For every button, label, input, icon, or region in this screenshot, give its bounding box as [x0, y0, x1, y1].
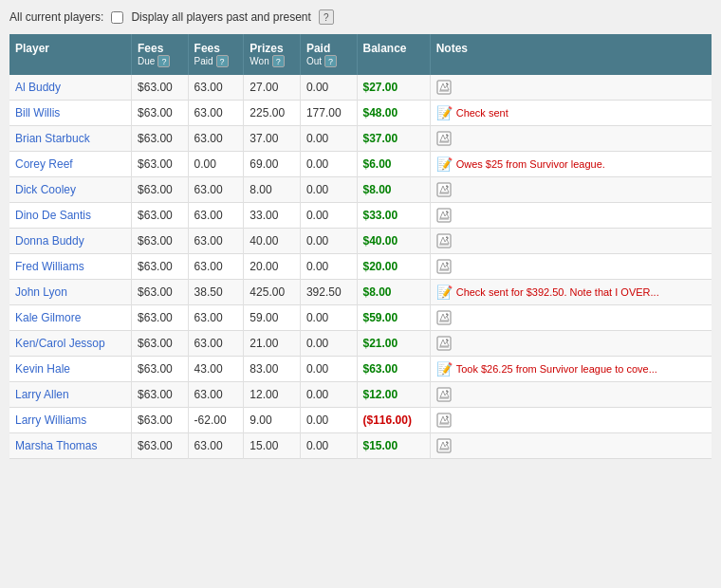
paid-out-cell: 392.50 [300, 280, 357, 305]
player-name-cell: Dick Cooley [9, 177, 132, 203]
fees-paid-cell: 63.00 [188, 126, 244, 152]
player-name-link[interactable]: Marsha Thomas [15, 439, 97, 452]
notes-cell [430, 382, 712, 408]
notes-cell: 📝Took $26.25 from Survivor league to cov… [430, 357, 712, 382]
notes-cell [430, 126, 712, 152]
balance-cell: $37.00 [357, 126, 430, 152]
prizes-won-cell: 8.00 [244, 177, 301, 203]
fees-due-cell: $63.00 [132, 152, 189, 177]
note-icon[interactable]: 📝 [436, 361, 453, 377]
svg-rect-16 [437, 388, 451, 401]
player-name-link[interactable]: Kale Gilmore [15, 311, 81, 324]
col-header-paid-out: Paid Out ? [300, 34, 357, 75]
paid-out-cell: 0.00 [300, 75, 357, 101]
balance-cell: $8.00 [357, 177, 430, 203]
notes-cell [430, 229, 712, 254]
player-name-link[interactable]: Fred Williams [15, 260, 84, 273]
all-current-players-label: All current players: [9, 10, 103, 24]
note-icon[interactable] [436, 310, 452, 325]
fees-paid-cell: 63.00 [188, 229, 244, 254]
fees-due-cell: $63.00 [132, 433, 189, 459]
note-icon[interactable] [436, 233, 452, 248]
col-header-fees-paid: Fees Paid ? [188, 34, 244, 75]
balance-cell: $12.00 [357, 382, 430, 408]
note-icon[interactable] [436, 131, 452, 146]
fees-due-cell: $63.00 [132, 305, 189, 331]
note-text: Check sent [456, 107, 508, 119]
display-help-icon[interactable]: ? [319, 9, 334, 25]
fees-paid-cell: 63.00 [188, 433, 244, 459]
fees-due-cell: $63.00 [132, 229, 189, 254]
balance-cell: $63.00 [357, 357, 430, 382]
note-icon[interactable] [436, 336, 452, 351]
player-name-link[interactable]: Brian Starbuck [15, 132, 90, 145]
note-icon[interactable] [436, 387, 452, 402]
player-name-cell: Al Buddy [9, 75, 132, 101]
notes-cell: 📝Owes $25 from Survivor league. [430, 152, 712, 177]
player-name-link[interactable]: Larry Allen [15, 388, 69, 401]
note-icon[interactable]: 📝 [436, 156, 453, 172]
player-name-link[interactable]: Corey Reef [15, 157, 73, 171]
player-name-link[interactable]: Donna Buddy [15, 234, 84, 248]
note-icon[interactable]: 📝 [436, 285, 453, 300]
note-icon[interactable] [436, 438, 452, 453]
col-header-fees-due: Fees Due ? [132, 34, 189, 75]
balance-cell: $21.00 [357, 331, 430, 357]
table-row: John Lyon$63.0038.50425.00392.50$8.00📝Ch… [9, 280, 712, 305]
balance-cell: $20.00 [357, 254, 430, 280]
fees-paid-cell: 0.00 [188, 152, 244, 177]
player-name-cell: Fred Williams [9, 254, 132, 280]
player-name-link[interactable]: Larry Williams [15, 413, 86, 427]
prizes-won-cell: 15.00 [244, 433, 301, 459]
player-name-cell: Kale Gilmore [9, 305, 132, 331]
player-name-link[interactable]: Dino De Santis [15, 209, 91, 222]
paid-out-cell: 0.00 [300, 357, 357, 382]
svg-rect-0 [437, 81, 451, 94]
player-name-link[interactable]: Ken/Carol Jessop [15, 337, 105, 350]
fees-due-cell: $63.00 [132, 357, 189, 382]
players-table: Player Fees Due ? Fees Paid ? Prizes Won… [9, 34, 712, 459]
fees-paid-cell: 38.50 [188, 280, 244, 305]
table-row: Brian Starbuck$63.0063.0037.000.00$37.00 [9, 126, 712, 152]
prizes-won-cell: 37.00 [244, 126, 301, 152]
note-icon[interactable] [436, 80, 452, 95]
prizes-won-cell: 21.00 [244, 331, 301, 357]
svg-rect-12 [437, 311, 451, 324]
note-icon[interactable] [436, 182, 452, 197]
prizes-won-cell: 12.00 [244, 382, 301, 408]
note-icon[interactable] [436, 413, 452, 428]
fees-due-cell: $63.00 [132, 177, 189, 203]
player-name-link[interactable]: Bill Willis [15, 106, 60, 119]
player-name-link[interactable]: Kevin Hale [15, 362, 70, 376]
fees-paid-cell: 63.00 [188, 382, 244, 408]
table-row: Corey Reef$63.000.0069.000.00$6.00📝Owes … [9, 152, 712, 177]
player-name-cell: Ken/Carol Jessop [9, 331, 132, 357]
prizes-won-help-icon[interactable]: ? [272, 55, 285, 67]
display-all-checkbox[interactable] [111, 11, 123, 24]
paid-out-help-icon[interactable]: ? [324, 55, 337, 67]
fees-paid-cell: 63.00 [188, 305, 244, 331]
paid-out-cell: 0.00 [300, 229, 357, 254]
svg-rect-14 [437, 337, 451, 350]
svg-rect-8 [437, 234, 451, 248]
fees-paid-cell: 43.00 [188, 357, 244, 382]
svg-rect-2 [437, 132, 451, 145]
fees-paid-help-icon[interactable]: ? [216, 55, 229, 67]
player-name-link[interactable]: John Lyon [15, 285, 67, 299]
note-icon[interactable] [436, 259, 452, 274]
fees-due-cell: $63.00 [132, 331, 189, 357]
paid-out-cell: 177.00 [300, 101, 357, 126]
prizes-won-cell: 225.00 [244, 101, 301, 126]
prizes-won-cell: 20.00 [244, 254, 301, 280]
note-icon[interactable]: 📝 [436, 105, 453, 120]
notes-cell [430, 254, 712, 280]
player-name-link[interactable]: Dick Cooley [15, 183, 76, 196]
balance-cell: $8.00 [357, 280, 430, 305]
balance-cell: $27.00 [357, 75, 430, 101]
note-icon[interactable] [436, 208, 452, 223]
player-name-link[interactable]: Al Buddy [15, 81, 61, 94]
fees-due-help-icon[interactable]: ? [157, 55, 170, 67]
page-container: All current players: Display all players… [0, 0, 721, 588]
fees-due-cell: $63.00 [132, 126, 189, 152]
col-header-notes: Notes [430, 34, 712, 75]
